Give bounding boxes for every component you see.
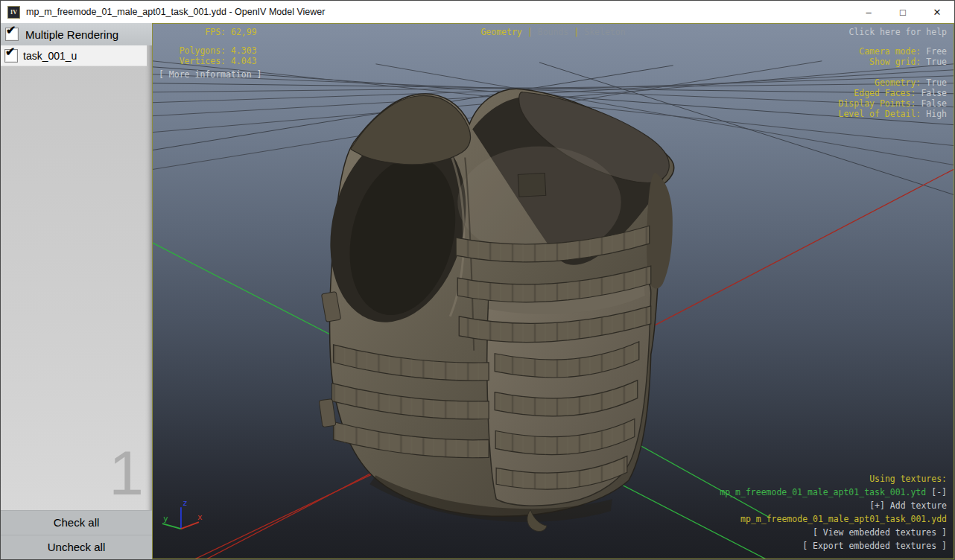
task-001-u-checkbox[interactable]: ✔ [4, 49, 18, 63]
checkmark-icon: ✔ [5, 46, 15, 58]
ytd-texture-link[interactable]: mp_m_freemode_01_male_apt01_task_001.ytd [720, 487, 926, 497]
polygons-row: Polygons:4.303 [159, 45, 261, 56]
more-information-link[interactable]: [ More information ] [159, 69, 261, 80]
export-embedded-textures-button[interactable]: [ Export embedded textures ] [720, 539, 947, 553]
openiv-app-icon: IV [7, 6, 20, 19]
textures-panel: Using textures: mp_m_freemode_01_male_ap… [720, 472, 947, 553]
ydd-model-file-label: mp_m_freemode_01_male_apt01_task_001.ydd [720, 512, 947, 526]
checkmark-icon: ✔ [6, 25, 16, 36]
camera-settings: Camera mode:Free Show grid:True [859, 46, 947, 67]
using-textures-header: Using textures: [720, 472, 947, 486]
setting-edged-faces[interactable]: Edged Faces:False [839, 88, 947, 98]
add-texture-button[interactable]: [+] Add texture [720, 499, 947, 512]
ytd-texture-row: mp_m_freemode_01_male_apt01_task_001.ytd… [720, 486, 947, 499]
setting-display-points[interactable]: Display Points:False [839, 98, 947, 109]
model-viewport[interactable]: z y x FPS:62,99 Polygons:4.303 Vertices:… [152, 23, 954, 559]
lod-watermark: 1 [109, 448, 144, 498]
minimize-button[interactable]: – [851, 1, 886, 23]
view-embedded-textures-button[interactable]: [ View embedded textures ] [720, 526, 947, 539]
window-controls: – □ ✕ [851, 1, 954, 23]
render-mode-tabs: Geometry|Bounds|Skeleton [153, 27, 954, 37]
model-list-empty-area: 1 [1, 66, 152, 510]
help-link[interactable]: Click here for help [848, 27, 947, 37]
multiple-rendering-checkbox[interactable]: ✔ [5, 28, 19, 41]
tab-separator: | [527, 27, 533, 37]
close-button[interactable]: ✕ [920, 1, 954, 23]
app-window: IV mp_m_freemode_01_male_apt01_task_001.… [0, 0, 955, 560]
list-item-label: task_001_u [23, 50, 77, 62]
title-bar: IV mp_m_freemode_01_male_apt01_task_001.… [1, 1, 954, 23]
model-list-sidebar: ✔ Multiple Rendering ✔ task_001_u 1 Chec… [1, 23, 152, 559]
vertices-row: Vertices:4.043 [159, 56, 261, 66]
remove-texture-button[interactable]: [-] [931, 487, 947, 497]
axis-gizmo: z y x [162, 498, 203, 529]
setting-geometry[interactable]: Geometry:True [839, 77, 947, 88]
geometry-settings: Geometry:True Edged Faces:False Display … [839, 77, 947, 119]
tab-separator: | [574, 27, 579, 37]
axis-y-label: y [163, 514, 168, 524]
multiple-rendering-label: Multiple Rendering [25, 28, 118, 41]
multiple-rendering-row[interactable]: ✔ Multiple Rendering [1, 23, 152, 45]
uncheck-all-button[interactable]: Uncheck all [1, 535, 152, 559]
tab-geometry[interactable]: Geometry [480, 27, 521, 37]
axis-z-label: z [183, 498, 188, 508]
list-item-task-001-u[interactable]: ✔ task_001_u [1, 45, 147, 66]
setting-camera-mode[interactable]: Camera mode:Free [859, 46, 947, 57]
tab-skeleton[interactable]: Skeleton [584, 27, 625, 37]
main-area: ✔ Multiple Rendering ✔ task_001_u 1 Chec… [1, 23, 954, 559]
axis-x-label: x [197, 512, 203, 522]
window-title: mp_m_freemode_01_male_apt01_task_001.ydd… [26, 7, 325, 17]
check-all-button[interactable]: Check all [1, 510, 152, 535]
setting-show-grid[interactable]: Show grid:True [859, 57, 947, 67]
maximize-button[interactable]: □ [886, 1, 920, 23]
tab-bounds[interactable]: Bounds [538, 27, 569, 37]
setting-level-of-detail[interactable]: Level of Detail:High [839, 109, 947, 119]
